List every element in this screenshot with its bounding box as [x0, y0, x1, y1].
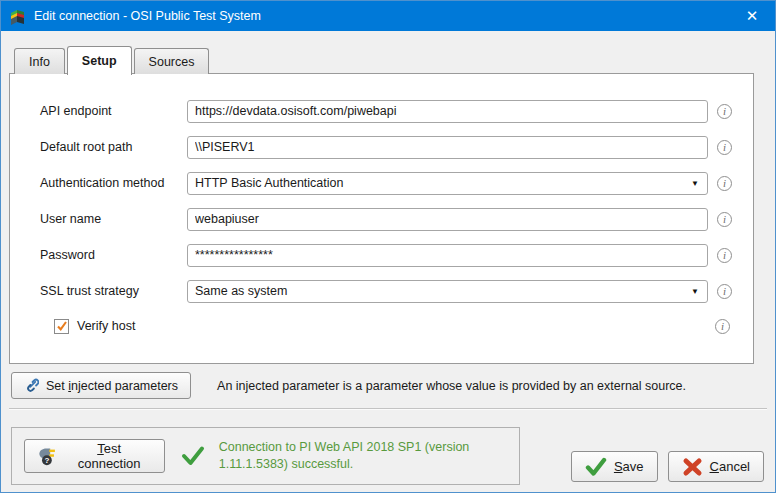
info-icon[interactable]: i: [717, 248, 732, 263]
verify-host-row: Verify host i: [40, 309, 753, 343]
default-root-path-label: Default root path: [40, 140, 187, 154]
setup-tab-panel: API endpoint i Default root path i Authe…: [9, 73, 754, 364]
api-endpoint-input[interactable]: [187, 100, 708, 123]
chevron-down-icon: ▼: [691, 179, 699, 188]
cancel-button[interactable]: Cancel: [668, 451, 764, 482]
user-name-label: User name: [40, 212, 187, 226]
window-title: Edit connection - OSI Public Test System: [34, 9, 261, 23]
verify-host-label: Verify host: [77, 319, 135, 333]
authentication-method-select[interactable]: HTTP Basic Authentication ▼: [187, 172, 708, 195]
info-icon[interactable]: i: [717, 212, 732, 227]
close-icon: ✕: [746, 7, 759, 25]
chevron-down-icon: ▼: [691, 287, 699, 296]
info-icon[interactable]: i: [717, 140, 732, 155]
save-button[interactable]: Save: [571, 451, 658, 482]
footer-separator: [9, 408, 767, 410]
test-connection-group: ? Test connection Connection to PI Web A…: [11, 427, 520, 485]
api-endpoint-label: API endpoint: [40, 104, 187, 118]
injected-parameters-description: An injected parameter is a parameter who…: [217, 379, 686, 393]
close-button[interactable]: ✕: [729, 1, 775, 31]
form-row: API endpoint i: [40, 93, 753, 129]
tab-setup[interactable]: Setup: [67, 46, 132, 75]
tab-sources[interactable]: Sources: [134, 48, 210, 74]
info-icon[interactable]: i: [717, 284, 732, 299]
success-check-icon: [181, 445, 205, 467]
ssl-trust-strategy-label: SSL trust strategy: [40, 284, 187, 298]
app-icon: [9, 8, 26, 25]
info-icon[interactable]: i: [717, 104, 732, 119]
form-row: Password i: [40, 237, 753, 273]
tabstrip: Info Setup Sources: [14, 46, 211, 74]
form-row: Authentication method HTTP Basic Authent…: [40, 165, 753, 201]
verify-host-checkbox[interactable]: [54, 319, 69, 334]
set-injected-parameters-button[interactable]: Set injected parameters: [11, 372, 191, 399]
cancel-x-icon: [682, 457, 703, 477]
link-icon: [24, 378, 39, 393]
form-row: SSL trust strategy Same as system ▼ i: [40, 273, 753, 309]
info-icon[interactable]: i: [715, 319, 730, 334]
plug-test-icon: ?: [37, 445, 60, 467]
info-icon[interactable]: i: [717, 176, 732, 191]
svg-text:?: ?: [44, 456, 49, 465]
save-check-icon: [585, 457, 607, 477]
check-icon: [56, 320, 68, 332]
edit-connection-dialog: Edit connection - OSI Public Test System…: [0, 0, 776, 493]
titlebar: Edit connection - OSI Public Test System…: [1, 1, 775, 31]
action-buttons: Save Cancel: [571, 451, 764, 482]
authentication-method-label: Authentication method: [40, 176, 187, 190]
tab-info[interactable]: Info: [14, 48, 65, 74]
ssl-trust-strategy-select[interactable]: Same as system ▼: [187, 280, 708, 303]
form-row: Default root path i: [40, 129, 753, 165]
test-connection-button[interactable]: ? Test connection: [24, 439, 165, 473]
user-name-input[interactable]: [187, 208, 708, 231]
password-input[interactable]: [187, 244, 708, 267]
default-root-path-input[interactable]: [187, 136, 708, 159]
form-row: User name i: [40, 201, 753, 237]
injected-parameters-row: Set injected parameters An injected para…: [11, 372, 765, 399]
connection-status-text: Connection to PI Web API 2018 SP1 (versi…: [219, 439, 507, 473]
password-label: Password: [40, 248, 187, 262]
